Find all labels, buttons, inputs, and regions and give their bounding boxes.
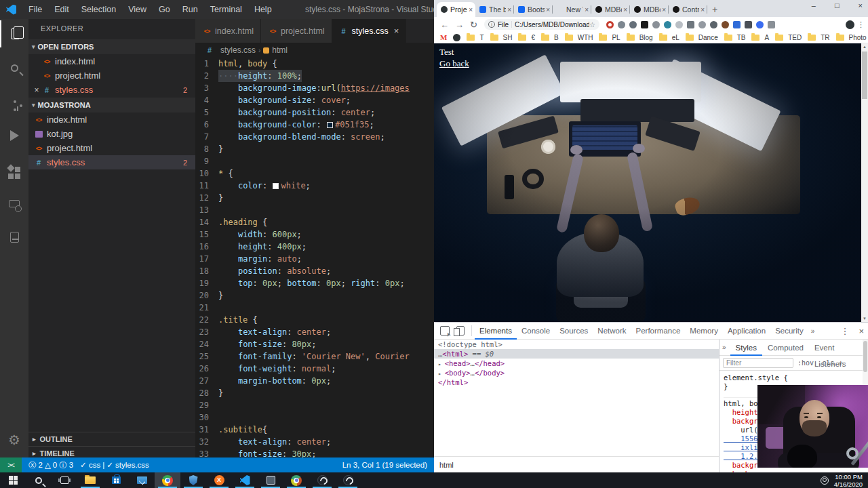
bookmark-PL[interactable]: PL xyxy=(599,34,620,41)
close-icon[interactable]: × xyxy=(31,85,42,95)
remote-indicator[interactable]: >< xyxy=(0,458,22,472)
devtools-menu-icon[interactable]: ⋮ xyxy=(840,323,849,340)
new-tab-button[interactable]: + xyxy=(707,3,722,16)
activity-explorer-icon[interactable] xyxy=(0,20,28,47)
menu-item-view[interactable]: View xyxy=(123,2,152,17)
file-item-styles.css[interactable]: #styles.css2 xyxy=(28,155,195,169)
tab-close-icon[interactable]: × xyxy=(699,6,705,14)
browser-tab-the-be[interactable]: The be× xyxy=(475,2,514,17)
dom-node[interactable]: </html> xyxy=(434,378,719,387)
color-swatch[interactable] xyxy=(327,122,333,128)
activity-extensions-icon[interactable] xyxy=(0,156,28,183)
styles-tab-styles[interactable]: Styles xyxy=(730,340,762,356)
browser-tab-new-tab[interactable]: New Tab× xyxy=(553,2,591,17)
menu-item-help[interactable]: Help xyxy=(249,2,277,17)
taskbar-clock[interactable]: 10:00 PM 4/16/2020 xyxy=(834,473,863,488)
editor-tab-index.html[interactable]: <>index.html xyxy=(195,19,261,43)
bookmark-Photo[interactable]: Photo xyxy=(836,34,867,41)
outline-section[interactable]: ▸ OUTLINE xyxy=(28,432,195,446)
folder-header[interactable]: ▾ MOJASTRONA xyxy=(28,98,195,113)
extension-icon[interactable] xyxy=(652,21,660,28)
menu-item-file[interactable]: File xyxy=(23,2,47,17)
devtools-tab-network[interactable]: Network xyxy=(593,323,631,340)
tab-close-icon[interactable]: × xyxy=(660,6,666,14)
activity-source-control-icon[interactable] xyxy=(0,88,28,115)
menu-item-run[interactable]: Run xyxy=(177,2,203,17)
devtools-tab-memory[interactable]: Memory xyxy=(685,323,723,340)
taskbar-task-view-icon[interactable] xyxy=(52,472,77,488)
editor-tab-styles.css[interactable]: #styles.css× xyxy=(332,19,407,43)
back-button[interactable]: ← xyxy=(440,20,449,30)
styles-tab-computed[interactable]: Computed xyxy=(762,340,809,356)
bookmark-eL[interactable]: eL xyxy=(659,34,679,41)
device-toolbar-icon[interactable] xyxy=(456,326,465,336)
file-item-kot.jpg[interactable]: kot.jpg xyxy=(28,127,195,141)
page-info-icon[interactable]: i xyxy=(488,21,495,28)
devtools-tab-performance[interactable]: Performance xyxy=(631,323,686,340)
activity-notebook-icon[interactable] xyxy=(0,224,28,251)
reload-button[interactable]: ↻ xyxy=(470,20,477,30)
extension-icon[interactable] xyxy=(698,21,706,28)
tab-close-icon[interactable]: × xyxy=(583,6,589,14)
problems-indicator[interactable]: ⓧ2 △0 ⓘ3 xyxy=(28,460,73,470)
bookmark-TR[interactable]: TR xyxy=(808,34,829,41)
bookmark-WTH[interactable]: WTH xyxy=(565,34,593,41)
taskbar-obs-2-icon[interactable] xyxy=(335,472,361,488)
dom-node[interactable]: ▸ <head>…</head> xyxy=(434,359,719,368)
file-item-project.html[interactable]: <>project.html xyxy=(28,141,195,155)
taskbar-start-icon[interactable] xyxy=(0,472,26,488)
taskbar-obs-icon[interactable] xyxy=(309,472,335,488)
activity-run-debug-icon[interactable] xyxy=(0,122,28,149)
open-editors-header[interactable]: ▾ OPEN EDITORS xyxy=(28,39,195,54)
extension-icon[interactable] xyxy=(710,21,717,28)
new-style-rule-icon[interactable]: + xyxy=(838,359,843,368)
extension-icon[interactable] xyxy=(641,21,648,28)
menu-item-terminal[interactable]: Terminal xyxy=(205,2,248,17)
forward-button[interactable]: → xyxy=(455,20,464,30)
dom-node[interactable]: …<html> == $0 xyxy=(434,349,719,359)
hov-toggle[interactable]: :hov xyxy=(797,359,814,367)
activity-remote-icon[interactable] xyxy=(0,190,28,217)
extension-icon[interactable] xyxy=(618,21,625,28)
profile-avatar[interactable] xyxy=(846,20,854,29)
bookmark-€[interactable]: € xyxy=(518,34,535,41)
file-item-project.html[interactable]: <>project.html xyxy=(28,68,195,83)
page-scrollbar[interactable]: ▲ ▼ xyxy=(861,43,868,322)
extension-icon[interactable] xyxy=(629,21,637,28)
extension-icon[interactable] xyxy=(606,21,614,28)
scrollbar-thumb[interactable] xyxy=(862,52,867,99)
breadcrumb[interactable]: # styles.css › html xyxy=(195,43,434,58)
tab-close-icon[interactable]: × xyxy=(622,6,627,14)
taskbar-snip-glass-icon[interactable] xyxy=(258,472,283,488)
devtools-close-icon[interactable]: × xyxy=(859,323,864,340)
dom-node[interactable]: ▸ <body>…</body> xyxy=(434,368,719,378)
dom-node[interactable]: <!doctype html> xyxy=(434,340,719,349)
file-item-index.html[interactable]: <>index.html xyxy=(28,54,195,68)
styles-tabs-overflow[interactable]: » xyxy=(719,344,730,351)
file-item-styles.css[interactable]: ×#styles.css2 xyxy=(28,83,195,97)
devtools-tab-security[interactable]: Security xyxy=(770,323,808,340)
tab-close-icon[interactable]: × xyxy=(506,6,511,14)
go-back-link[interactable]: Go back xyxy=(439,58,469,69)
address-bar[interactable]: i File C:/Users/MDB/Download... ☆ xyxy=(484,19,599,30)
taskbar-vscode-icon[interactable] xyxy=(232,472,258,488)
maximize-button[interactable]: □ xyxy=(835,1,840,9)
bookmark-Dance[interactable]: Dance xyxy=(686,34,718,41)
devtools-tab-elements[interactable]: Elements xyxy=(475,323,517,340)
menu-item-edit[interactable]: Edit xyxy=(49,2,75,17)
bookmark-SH[interactable]: SH xyxy=(490,34,513,41)
taskbar-mail-icon[interactable] xyxy=(129,472,155,488)
taskbar-xampp-icon[interactable]: X xyxy=(206,472,232,488)
taskbar-store-icon[interactable] xyxy=(103,472,129,488)
settings-gear-icon[interactable]: ⚙ xyxy=(0,428,28,452)
devtools-tabs-overflow[interactable]: » xyxy=(808,327,818,335)
styles-tab-event-listeners[interactable]: Event Listeners xyxy=(809,340,868,356)
linter-status[interactable]: ✓ css | ✓ styles.css xyxy=(80,460,149,470)
browser-tab-projekt[interactable]: Projekt× xyxy=(437,2,475,17)
extension-icon[interactable] xyxy=(756,21,764,28)
extension-icon[interactable] xyxy=(687,21,694,28)
browser-tab-mdbo[interactable]: MDBo× xyxy=(630,2,669,17)
bookmark-gmail[interactable]: M xyxy=(440,33,447,41)
menu-item-go[interactable]: Go xyxy=(153,2,176,17)
taskbar-chrome-icon[interactable] xyxy=(155,472,180,488)
